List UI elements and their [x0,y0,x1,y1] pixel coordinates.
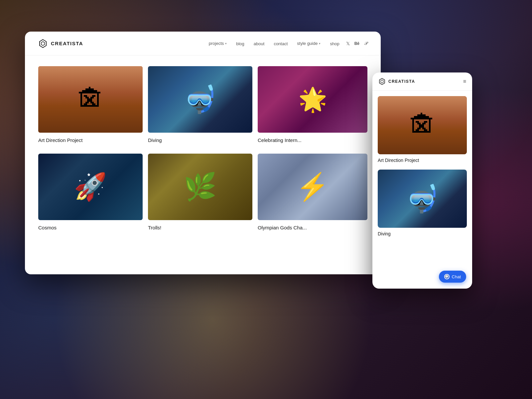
project-item-1[interactable]: Diving [148,66,258,154]
mobile-project-thumb-1 [378,170,467,228]
project-thumb-1 [148,66,252,133]
project-title-0: Art Direction Project [38,137,143,143]
project-title-1: Diving [148,137,252,143]
chat-icon: 💬 [444,274,450,279]
nav-link-blog[interactable]: blog [236,41,244,46]
mobile-logo[interactable]: CREATISTA [378,78,415,85]
project-item-4[interactable]: Trolls! [148,154,258,241]
project-item-5[interactable]: Olympian Gods Cha... [258,154,367,241]
nav-link-contact[interactable]: contact [274,41,288,46]
desktop-logo[interactable]: CREATISTA [38,39,83,48]
hamburger-icon[interactable]: ≡ [463,78,466,84]
project-thumb-0 [38,66,143,133]
project-item-3[interactable]: Cosmos [38,154,148,241]
twitter-icon[interactable]: 𝕏 [346,41,350,46]
mobile-project-title-0: Art Direction Project [378,158,467,163]
desktop-browser-card: CREATISTA projects ▾ blog about contact … [25,32,381,274]
nav-link-projects[interactable]: projects [209,41,224,46]
desktop-nav-links: projects ▾ blog about contact style guid… [209,41,339,47]
mobile-logo-icon [378,78,386,85]
nav-item-contact[interactable]: contact [274,41,288,47]
svg-marker-0 [40,40,46,48]
nav-item-styleguide[interactable]: style guide ▾ [297,41,321,46]
mobile-content[interactable]: Art Direction Project Diving [372,91,472,289]
chat-button-label: Chat [452,274,461,279]
nav-item-about[interactable]: about [254,41,265,47]
project-item-0[interactable]: Art Direction Project [38,66,148,154]
projects-grid: Art Direction Project Diving Celebrating… [25,56,381,252]
project-title-4: Trolls! [148,225,252,230]
nav-link-shop[interactable]: shop [330,41,339,46]
chat-button[interactable]: 💬 Chat [439,271,466,283]
svg-marker-2 [379,78,385,85]
mobile-project-item-0[interactable]: Art Direction Project [378,96,467,163]
project-thumb-3 [38,154,143,220]
nav-item-projects[interactable]: projects ▾ [209,41,227,46]
svg-marker-1 [41,42,45,46]
mobile-project-item-1[interactable]: Diving [378,170,467,236]
project-item-2[interactable]: Celebrating Intern... [258,66,367,154]
chevron-down-icon-2: ▾ [319,42,321,45]
svg-marker-3 [381,80,383,83]
chevron-down-icon: ▾ [225,42,227,45]
nav-item-shop[interactable]: shop [330,41,339,47]
nav-link-about[interactable]: about [254,41,265,46]
pinterest-icon[interactable]: 𝒫 [364,41,367,46]
desktop-logo-text: CREATISTA [51,41,83,46]
mobile-project-thumb-0 [378,96,467,154]
mobile-logo-text: CREATISTA [388,79,415,84]
project-thumb-2 [258,66,367,133]
project-thumb-5 [258,154,367,220]
project-title-3: Cosmos [38,225,143,230]
mobile-browser-card: CREATISTA ≡ Art Direction Project Diving… [372,72,472,289]
project-thumb-4 [148,154,252,220]
mobile-nav: CREATISTA ≡ [372,72,472,91]
logo-icon [38,39,48,48]
nav-link-styleguide[interactable]: style guide [297,41,318,46]
behance-icon[interactable]: Bē [354,41,359,46]
project-title-5: Olympian Gods Cha... [258,225,367,230]
project-title-2: Celebrating Intern... [258,137,367,143]
desktop-nav: CREATISTA projects ▾ blog about contact … [25,32,381,56]
nav-item-blog[interactable]: blog [236,41,244,47]
mobile-project-title-1: Diving [378,231,467,236]
social-icons: 𝕏 Bē 𝒫 [346,41,367,46]
